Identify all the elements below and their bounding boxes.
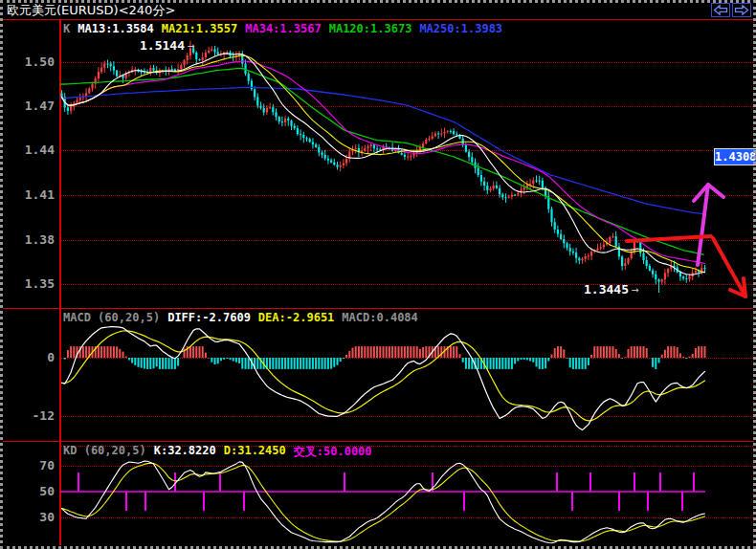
main-chart[interactable]	[0, 19, 756, 308]
legend-cross-value: 交叉:50.0000	[294, 444, 372, 460]
price-tick: 1.44	[0, 143, 55, 157]
price-tick: 1.47	[0, 99, 55, 113]
arrow-right-icon: →	[632, 282, 639, 296]
legend-ma34-value: MA34:1.3567	[245, 22, 321, 35]
low-price-label: 1.3445	[584, 282, 629, 296]
legend-ma21-value: MA21:1.3557	[162, 22, 237, 35]
kd-tick: 70	[0, 458, 55, 472]
kd-tick: 50	[0, 484, 55, 498]
legend-ma13-value: MA13:1.3584	[78, 22, 153, 35]
price-tick: 1.35	[0, 276, 55, 291]
kd-tick: 30	[0, 510, 55, 524]
legend-kvalue: K:32.8220	[154, 444, 216, 460]
price-tick: 1.38	[0, 232, 55, 247]
legend-kd-params: KD (60,20,5)	[63, 444, 146, 460]
main-legend: K MA13:1.3584 MA21:1.3557 MA34:1.3567 MA…	[63, 22, 502, 35]
legend-dvalue: D:31.2450	[224, 444, 286, 460]
arrow-left-icon	[712, 4, 729, 16]
legend-k-label: K	[63, 22, 70, 35]
price-tick: 1.50	[0, 55, 55, 69]
arrow-right-icon	[733, 4, 750, 16]
peak-price-label: 1.5144	[140, 38, 185, 53]
macd-tick: -12	[0, 408, 55, 423]
peak-price-annotation: 1.5144→	[140, 38, 195, 53]
chart-nav-buttons	[711, 3, 751, 17]
legend-macd-value: MACD:0.4084	[342, 311, 417, 324]
kd-legend: KD (60,20,5) K:32.8220 D:31.2450 交叉:50.0…	[63, 444, 372, 460]
legend-macd-params: MACD (60,20,5)	[63, 311, 160, 324]
macd-tick: 0	[0, 350, 55, 364]
price-target-tag: 1.4308	[714, 148, 756, 165]
price-tick: 1.41	[0, 187, 55, 202]
app-window: 欧元美元(EURUSD)<240分> 1.50 1.47 1.44 1.41	[0, 0, 756, 549]
legend-diff-value: DIFF:-2.7609	[167, 311, 251, 324]
legend-ma250-value: MA250:1.3983	[419, 22, 502, 35]
low-price-annotation: 1.3445→	[584, 282, 639, 296]
legend-ma120-value: MA120:1.3673	[329, 22, 412, 35]
macd-legend: MACD (60,20,5) DIFF:-2.7609 DEA:-2.9651 …	[63, 311, 418, 324]
scroll-left-button[interactable]	[711, 3, 730, 17]
scroll-right-button[interactable]	[732, 3, 751, 17]
arrow-right-icon: →	[188, 38, 195, 53]
legend-dea-value: DEA:-2.9651	[258, 311, 334, 324]
window-title: 欧元美元(EURUSD)<240分>	[3, 2, 753, 18]
macd-chart[interactable]	[0, 308, 756, 441]
